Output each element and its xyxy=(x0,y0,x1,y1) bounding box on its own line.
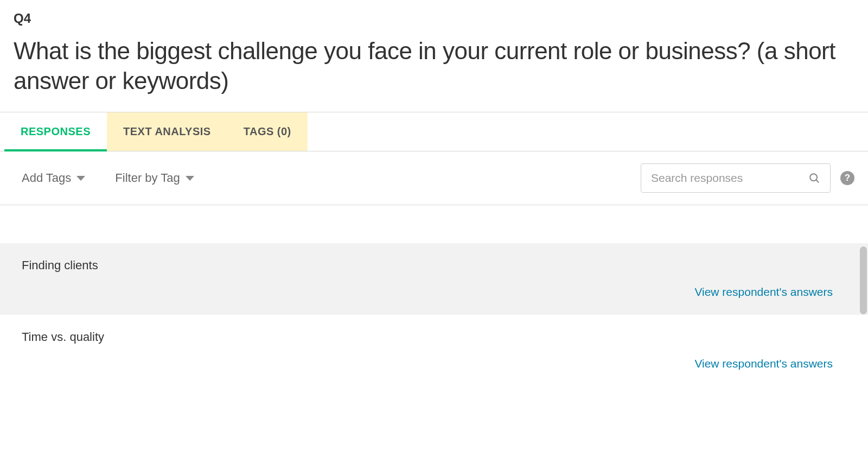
response-row: Finding clients View respondent's answer… xyxy=(0,243,868,315)
tabs-bar: RESPONSES TEXT ANALYSIS TAGS (0) xyxy=(0,112,868,151)
add-tags-label: Add Tags xyxy=(22,171,71,185)
filter-by-tag-label: Filter by Tag xyxy=(115,171,180,185)
response-text: Time vs. quality xyxy=(22,330,846,344)
tab-responses[interactable]: RESPONSES xyxy=(4,112,107,151)
svg-point-0 xyxy=(810,174,817,181)
help-icon[interactable]: ? xyxy=(840,171,854,185)
response-row: Time vs. quality View respondent's answe… xyxy=(0,315,868,387)
toolbar-left: Add Tags Filter by Tag xyxy=(22,171,194,185)
search-icon xyxy=(808,172,820,184)
search-box[interactable] xyxy=(641,163,831,193)
question-text: What is the biggest challenge you face i… xyxy=(14,36,854,96)
tab-text-analysis[interactable]: TEXT ANALYSIS xyxy=(107,112,227,151)
filter-by-tag-dropdown[interactable]: Filter by Tag xyxy=(115,171,194,185)
question-number: Q4 xyxy=(14,11,854,26)
response-text: Finding clients xyxy=(22,258,846,273)
scrollbar-thumb[interactable] xyxy=(860,246,867,314)
caret-down-icon xyxy=(186,176,194,181)
caret-down-icon xyxy=(76,176,85,181)
question-header: Q4 What is the biggest challenge you fac… xyxy=(0,0,868,112)
add-tags-dropdown[interactable]: Add Tags xyxy=(22,171,85,185)
responses-toolbar: Add Tags Filter by Tag ? xyxy=(0,151,868,205)
tab-tags[interactable]: TAGS (0) xyxy=(227,112,308,151)
view-respondent-link[interactable]: View respondent's answers xyxy=(22,357,846,370)
svg-line-1 xyxy=(816,180,819,182)
view-respondent-link[interactable]: View respondent's answers xyxy=(22,286,846,299)
search-input[interactable] xyxy=(651,172,808,185)
responses-list: Finding clients View respondent's answer… xyxy=(0,243,868,387)
toolbar-right: ? xyxy=(641,163,854,193)
